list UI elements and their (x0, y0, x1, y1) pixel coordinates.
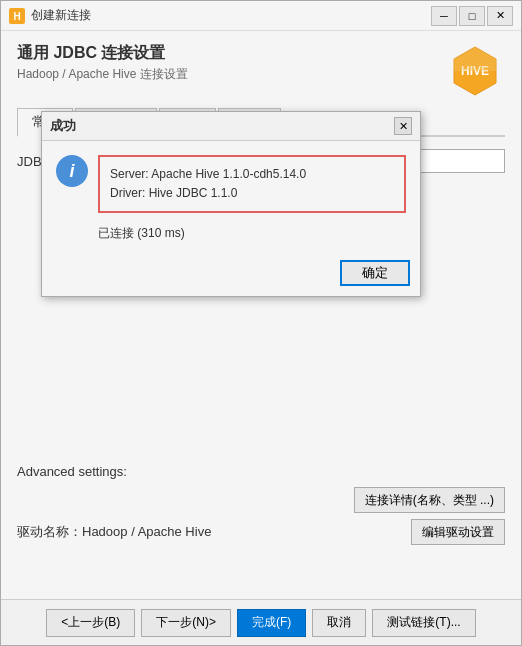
close-button[interactable]: ✕ (487, 6, 513, 26)
advanced-section: Advanced settings: 连接详情(名称、类型 ...) 驱动名称：… (17, 464, 505, 545)
next-button[interactable]: 下一步(N)> (141, 609, 231, 637)
finish-button[interactable]: 完成(F) (237, 609, 306, 637)
header-titles: 通用 JDBC 连接设置 Hadoop / Apache Hive 连接设置 (17, 43, 188, 83)
connection-details-row: 连接详情(名称、类型 ...) (17, 487, 505, 513)
title-bar-icon: H (9, 8, 25, 24)
dialog-body: i Server: Apache Hive 1.1.0-cdh5.14.0 Dr… (42, 141, 420, 252)
svg-marker-4 (454, 47, 496, 71)
connection-details-button[interactable]: 连接详情(名称、类型 ...) (354, 487, 505, 513)
connected-line: 已连接 (310 ms) (98, 225, 406, 242)
title-bar-title: 创建新连接 (31, 7, 91, 24)
main-window: H 创建新连接 ─ □ ✕ 通用 JDBC 连接设置 Hadoop / Apac… (0, 0, 522, 646)
minimize-button[interactable]: ─ (431, 6, 457, 26)
prev-button[interactable]: <上一步(B) (46, 609, 135, 637)
header-section: 通用 JDBC 连接设置 Hadoop / Apache Hive 连接设置 H… (17, 43, 505, 98)
driver-line: Driver: Hive JDBC 1.1.0 (110, 184, 394, 203)
main-title: 通用 JDBC 连接设置 (17, 43, 188, 64)
info-icon: i (56, 155, 88, 187)
success-dialog: 成功 ✕ i Server: Apache Hive 1.1.0-cdh5.14… (41, 111, 421, 297)
svg-text:H: H (13, 11, 20, 22)
dialog-close-button[interactable]: ✕ (394, 117, 412, 135)
driver-row: 驱动名称：Hadoop / Apache Hive 编辑驱动设置 (17, 519, 505, 545)
bottom-toolbar: <上一步(B) 下一步(N)> 完成(F) 取消 测试链接(T)... (1, 599, 521, 645)
hive-logo: HIVE (445, 43, 505, 98)
confirm-button[interactable]: 确定 (340, 260, 410, 286)
test-connection-button[interactable]: 测试链接(T)... (372, 609, 475, 637)
title-bar: H 创建新连接 ─ □ ✕ (1, 1, 521, 31)
dialog-info-row: i Server: Apache Hive 1.1.0-cdh5.14.0 Dr… (56, 155, 406, 213)
driver-name-label: 驱动名称：Hadoop / Apache Hive (17, 523, 211, 541)
dialog-btn-row: 确定 (42, 252, 420, 296)
dialog-title: 成功 (50, 117, 76, 135)
advanced-label: Advanced settings: (17, 464, 505, 479)
dialog-title-bar: 成功 ✕ (42, 112, 420, 141)
title-bar-controls: ─ □ ✕ (431, 6, 513, 26)
server-line: Server: Apache Hive 1.1.0-cdh5.14.0 (110, 165, 394, 184)
edit-driver-button[interactable]: 编辑驱动设置 (411, 519, 505, 545)
title-bar-left: H 创建新连接 (9, 7, 91, 24)
hive-bee-icon: HIVE (446, 45, 504, 97)
maximize-button[interactable]: □ (459, 6, 485, 26)
info-text-block: Server: Apache Hive 1.1.0-cdh5.14.0 Driv… (98, 155, 406, 213)
cancel-button[interactable]: 取消 (312, 609, 366, 637)
sub-title: Hadoop / Apache Hive 连接设置 (17, 66, 188, 83)
